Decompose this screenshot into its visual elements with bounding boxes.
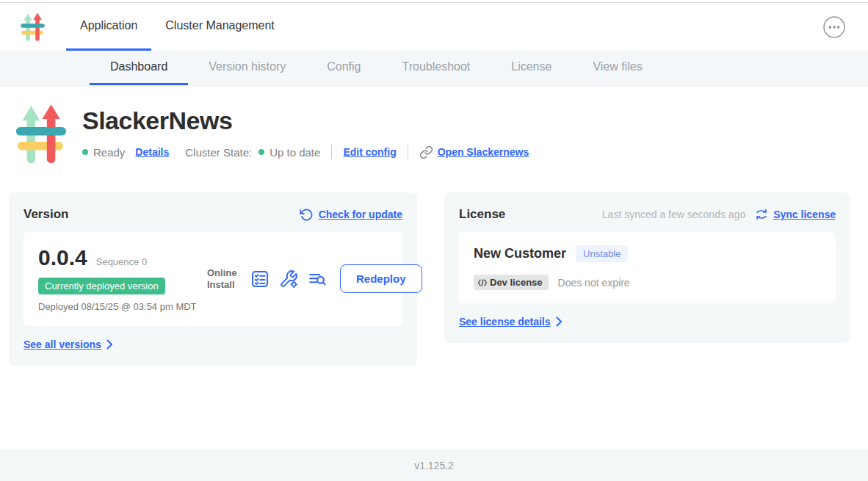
tab-view-files[interactable]: View files <box>572 51 662 85</box>
see-all-versions-label: See all versions <box>23 339 101 350</box>
current-version-panel: 0.0.4 Sequence 0 Currently deployed vers… <box>23 232 402 326</box>
edit-config-link[interactable]: Edit config <box>343 146 396 158</box>
tab-version-history[interactable]: Version history <box>188 51 306 85</box>
chevron-right-icon <box>106 339 113 350</box>
details-link[interactable]: Details <box>135 146 169 158</box>
redeploy-button[interactable]: Redeploy <box>340 264 422 293</box>
preflight-checklist-icon[interactable] <box>250 270 270 289</box>
license-card: License Last synced a few seconds ago Sy… <box>444 192 850 343</box>
license-details-panel: New Customer Unstable Dev license Does n… <box>459 232 836 303</box>
deployed-status-badge: Currently deployed version <box>38 278 165 294</box>
app-sub-navigation: Dashboard Version history Config Trouble… <box>0 51 868 86</box>
version-number: 0.0.4 <box>38 245 87 270</box>
console-version: v1.125.2 <box>414 460 454 471</box>
install-type-label: Online Install <box>207 267 241 292</box>
app-header: SlackerNews Ready Details Cluster State:… <box>0 86 868 189</box>
see-license-details-label: See license details <box>459 316 551 328</box>
link-chain-icon <box>419 145 433 159</box>
app-logo-icon <box>19 12 47 43</box>
code-brackets-icon <box>477 278 488 287</box>
tab-config[interactable]: Config <box>306 51 381 85</box>
license-card-title: License <box>459 207 505 222</box>
check-for-update-label: Check for update <box>319 209 402 220</box>
page-title: SlackerNews <box>82 106 529 135</box>
sync-license-label: Sync license <box>773 209 836 220</box>
view-logs-icon[interactable] <box>308 270 327 289</box>
open-app-link-label: Open Slackernews <box>438 146 529 158</box>
version-card-title: Version <box>23 207 68 222</box>
open-app-link[interactable]: Open Slackernews <box>419 145 529 159</box>
console-footer: v1.125.2 <box>0 449 868 481</box>
customer-name: New Customer <box>474 246 566 261</box>
license-expiration: Does not expire <box>558 277 630 289</box>
cluster-state-value: Up to date <box>270 146 320 159</box>
license-type-label: Dev license <box>490 277 543 288</box>
last-synced-label: Last synced a few seconds ago <box>602 209 745 220</box>
tab-troubleshoot[interactable]: Troubleshoot <box>381 51 491 85</box>
app-status-label: Ready <box>93 146 125 159</box>
app-logo-large <box>12 102 72 170</box>
dashboard-content: Version Check for update 0.0.4 Sequence … <box>0 189 868 449</box>
cluster-state-label: Cluster State: <box>185 146 252 159</box>
see-license-details-link[interactable]: See license details <box>459 316 563 328</box>
refresh-icon <box>300 208 314 222</box>
license-type-badge: Dev license <box>474 275 549 290</box>
top-navigation: Application Cluster Management <box>0 3 868 51</box>
app-status-row: Ready Details Cluster State: Up to date … <box>82 145 529 159</box>
version-card: Version Check for update 0.0.4 Sequence … <box>9 192 417 366</box>
ellipsis-icon <box>822 15 846 39</box>
sync-license-link[interactable]: Sync license <box>755 208 836 221</box>
sync-arrows-icon <box>755 208 768 221</box>
tab-cluster-management[interactable]: Cluster Management <box>151 3 289 51</box>
chevron-right-icon <box>556 317 563 327</box>
check-for-update-link[interactable]: Check for update <box>300 208 402 222</box>
tab-license[interactable]: License <box>491 51 572 85</box>
see-all-versions-link[interactable]: See all versions <box>23 339 113 350</box>
cluster-status-dot-icon <box>258 149 264 155</box>
config-wrench-icon[interactable] <box>279 270 298 289</box>
channel-badge: Unstable <box>576 245 628 262</box>
divider <box>408 145 408 159</box>
divider <box>331 145 332 159</box>
sequence-label: Sequence 0 <box>96 256 147 267</box>
deployed-timestamp: Deployed 08/15/25 @ 03:54 pm MDT <box>38 301 198 313</box>
app-logo-small <box>19 3 47 51</box>
tab-dashboard[interactable]: Dashboard <box>90 51 188 85</box>
more-menu-button[interactable] <box>822 15 846 39</box>
tab-application[interactable]: Application <box>66 3 151 51</box>
app-logo-icon <box>12 102 72 167</box>
app-status-dot-icon <box>82 149 88 155</box>
